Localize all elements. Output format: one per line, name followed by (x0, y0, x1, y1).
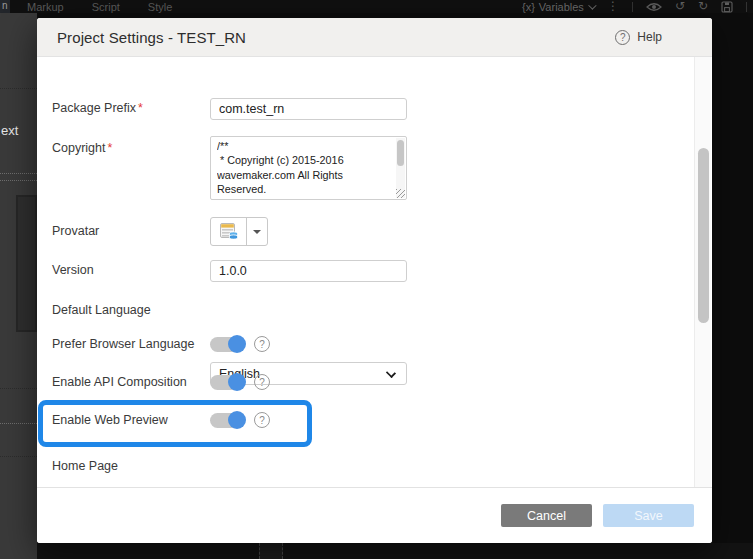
help-icon[interactable]: ? (254, 374, 270, 390)
help-icon[interactable]: ? (254, 412, 270, 428)
partial-left-tab[interactable]: n (0, 0, 10, 13)
textarea-scrollbar-thumb[interactable] (397, 140, 404, 166)
canvas-dotted-line (0, 423, 37, 424)
copyright-label: Copyright* (52, 138, 202, 158)
package-prefix-input[interactable] (210, 98, 407, 120)
editor-tabs: Markup Script Style (27, 1, 172, 13)
toolbar-divider (746, 2, 747, 12)
version-input[interactable] (210, 260, 407, 282)
canvas-clipped-text: ext (1, 123, 18, 138)
canvas-dotted-line (0, 173, 37, 174)
canvas-dotted-line (0, 180, 37, 181)
redo-icon[interactable]: ↻ (698, 0, 708, 13)
provatar-label: Provatar (52, 221, 202, 241)
enable-web-preview-toggle[interactable] (210, 413, 245, 428)
dialog-scrollbar[interactable] (694, 57, 711, 487)
tab-script[interactable]: Script (92, 1, 120, 13)
toggle-knob (228, 335, 246, 353)
provatar-image-button[interactable] (211, 218, 247, 245)
copyright-text: /** * Copyright (c) 2015-2016 wavemaker.… (217, 139, 392, 199)
save-file-icon[interactable] (721, 1, 733, 13)
variables-dropdown[interactable]: {x} Variables (522, 1, 594, 13)
help-icon: ? (615, 30, 630, 45)
package-prefix-label: Package Prefix* (52, 98, 202, 118)
toolbar-divider (632, 2, 633, 12)
home-page-label: Home Page (52, 456, 202, 476)
enable-web-preview-label: Enable Web Preview (52, 410, 202, 430)
top-toolbar: n Markup Script Style {x} Variables ⋮ ↺ … (0, 0, 753, 13)
caret-down-icon (253, 230, 261, 234)
toggle-knob (228, 411, 246, 429)
toolbar-right-cluster: {x} Variables ⋮ ↺ ↻ (522, 0, 747, 13)
tab-markup[interactable]: Markup (27, 1, 64, 13)
prefer-browser-language-row: ? (210, 336, 270, 352)
default-language-label: Default Language (52, 300, 202, 320)
textarea-resize-grip[interactable] (396, 189, 405, 198)
canvas-column-fragment (259, 543, 283, 559)
save-button[interactable]: Save (603, 504, 694, 527)
prefer-browser-language-label: Prefer Browser Language (52, 334, 202, 354)
help-icon[interactable]: ? (254, 336, 270, 352)
required-asterisk: * (138, 101, 143, 115)
cancel-button[interactable]: Cancel (501, 504, 592, 527)
canvas-widget-fragment (16, 195, 37, 332)
dialog-header: Project Settings - TEST_RN ? Help (37, 18, 712, 57)
project-settings-dialog: Project Settings - TEST_RN ? Help Packag… (37, 18, 712, 543)
prefer-browser-language-toggle[interactable] (210, 337, 245, 352)
canvas-left-strip: ext (0, 13, 37, 559)
version-label: Version (52, 260, 202, 280)
dialog-title: Project Settings - TEST_RN (57, 29, 246, 46)
canvas-dotted-line (0, 456, 37, 457)
toggle-knob (228, 373, 246, 391)
copyright-textarea[interactable]: /** * Copyright (c) 2015-2016 wavemaker.… (210, 136, 407, 200)
kebab-menu-icon[interactable]: ⋮ (607, 0, 619, 13)
variables-label: Variables (539, 1, 584, 13)
tab-style[interactable]: Style (148, 1, 172, 13)
canvas-bottom-strip (37, 543, 753, 559)
variables-x-icon: {x} (522, 1, 535, 13)
dialog-body: Package Prefix* Copyright* /** * Copyrig… (37, 57, 712, 487)
dialog-footer: Cancel Save (37, 487, 712, 543)
help-label: Help (637, 30, 662, 44)
help-button[interactable]: ? Help (615, 30, 662, 45)
required-asterisk: * (108, 141, 113, 155)
provatar-picker (210, 217, 268, 246)
chevron-down-icon (588, 1, 596, 9)
chevron-down-icon (386, 368, 396, 378)
preview-eye-icon[interactable] (646, 2, 662, 12)
enable-api-composition-toggle[interactable] (210, 375, 245, 390)
canvas-dotted-line (0, 388, 37, 389)
provatar-dropdown-button[interactable] (247, 218, 267, 245)
enable-api-composition-label: Enable API Composition (52, 372, 202, 392)
enable-web-preview-row: ? (210, 412, 270, 428)
enable-api-composition-row: ? (210, 374, 270, 390)
dialog-scrollbar-thumb[interactable] (698, 148, 709, 323)
provatar-table-icon (219, 222, 239, 241)
canvas-dotted-line (0, 88, 37, 89)
undo-icon[interactable]: ↺ (675, 0, 685, 13)
